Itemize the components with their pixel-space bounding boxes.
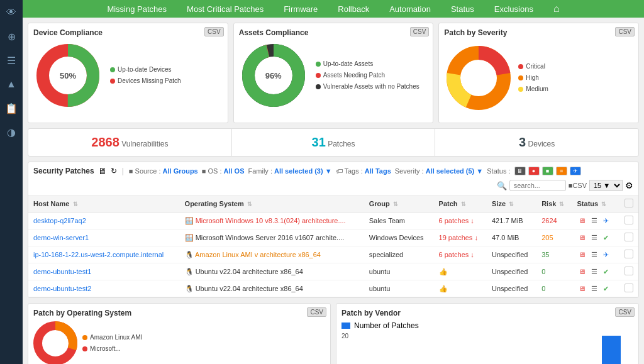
- status-icon-red[interactable]: ●: [528, 167, 540, 175]
- top-nav: Missing Patches Most Critical Patches Fi…: [23, 0, 644, 18]
- status-icon-orange[interactable]: ≡: [556, 167, 567, 175]
- patch-by-vendor-title: Patch by Vendor: [341, 309, 633, 317]
- status-icon-2[interactable]: ✈: [601, 216, 611, 225]
- status-icon-0[interactable]: 🖥: [577, 233, 587, 242]
- patch-severity-csv[interactable]: CSV: [615, 27, 635, 36]
- table-section: Security Patches 🖥 ↻ | ■ Source : All Gr…: [28, 162, 639, 298]
- status-icon-2[interactable]: ✈: [601, 250, 611, 259]
- sidebar-icon-half-circle[interactable]: ◑: [4, 124, 19, 140]
- table-monitor-icon[interactable]: 🖥: [98, 166, 107, 176]
- status-icon-0[interactable]: 🖥: [577, 250, 587, 259]
- group-value: specialized: [364, 246, 434, 263]
- device-compliance-content: 50% Up-to-date Devices Devices Missing P…: [33, 41, 223, 110]
- risk-value[interactable]: 35: [541, 251, 549, 258]
- legend-dot-assets-red: [316, 73, 321, 78]
- legend-medium: Medium: [518, 84, 548, 95]
- device-compliance-donut: 50%: [33, 41, 103, 110]
- nav-status[interactable]: Status: [448, 3, 477, 15]
- status-icon-1[interactable]: ☰: [589, 284, 599, 293]
- stat-vuln-label: Vulnerabilities: [121, 140, 168, 148]
- patch-by-vendor-csv[interactable]: CSV: [615, 307, 635, 317]
- patch-vendor-content: Number of Patches 20: [341, 321, 633, 364]
- status-icon-blue[interactable]: ✈: [570, 167, 581, 175]
- col-size: Size ⇅: [487, 196, 536, 212]
- host-link[interactable]: demo-ubuntu-test1: [33, 268, 91, 275]
- patch-link[interactable]: 👍: [439, 285, 448, 292]
- status-icon-1[interactable]: ☰: [589, 267, 599, 276]
- status-icon-1[interactable]: ☰: [589, 233, 599, 242]
- patch-link[interactable]: 6 patches: [439, 217, 469, 224]
- status-value: 🖥☰✈: [572, 212, 619, 229]
- search-box: 🔍 ■CSV 15 ▼ ⚙: [497, 180, 633, 191]
- assets-compliance-csv[interactable]: CSV: [410, 27, 430, 36]
- row-checkbox[interactable]: [625, 233, 633, 241]
- row-checkbox[interactable]: [625, 250, 633, 258]
- table-title: Security Patches: [33, 167, 94, 175]
- stat-vulnerabilities: 2868 Vulnerabilities: [28, 129, 232, 156]
- status-icon-1[interactable]: ☰: [589, 216, 599, 225]
- row-checkbox[interactable]: [625, 216, 633, 224]
- select-all-checkbox[interactable]: [625, 199, 633, 207]
- nav-firmware[interactable]: Firmware: [281, 3, 320, 15]
- sidebar-icon-list[interactable]: ☰: [4, 53, 19, 68]
- nav-exclusions[interactable]: Exclusions: [492, 3, 536, 15]
- nav-automation[interactable]: Automation: [387, 3, 433, 15]
- host-link[interactable]: desktop-q2li7aq2: [33, 217, 86, 224]
- host-link[interactable]: demo-ubuntu-test2: [33, 285, 91, 292]
- nav-missing-patches[interactable]: Missing Patches: [104, 3, 169, 15]
- nav-most-critical[interactable]: Most Critical Patches: [184, 3, 266, 15]
- sidebar-icon-globe[interactable]: ⊕: [4, 29, 19, 44]
- status-icon-green[interactable]: ■: [542, 167, 553, 175]
- col-risk: Risk ⇅: [536, 196, 572, 212]
- status-icon-0[interactable]: 🖥: [577, 267, 587, 276]
- risk-value[interactable]: 205: [541, 234, 553, 241]
- nav-home[interactable]: ⌂: [551, 2, 562, 16]
- legend-microsoft: Microsoft...: [82, 343, 142, 355]
- sidebar-icon-report[interactable]: 📋: [4, 101, 19, 116]
- sidebar-icon-eye[interactable]: 👁: [4, 5, 19, 20]
- status-icon-0[interactable]: 🖥: [577, 284, 587, 293]
- host-link[interactable]: demo-win-server1: [33, 234, 89, 241]
- patch-download-icon: ↓: [469, 217, 474, 224]
- row-checkbox[interactable]: [625, 284, 633, 292]
- row-checkbox[interactable]: [625, 267, 633, 275]
- size-value: Unspecified: [487, 246, 536, 263]
- filter-status: Status :: [487, 167, 510, 175]
- patch-link[interactable]: 19 patches: [439, 234, 473, 241]
- risk-value[interactable]: 2624: [541, 217, 557, 224]
- size-value: Unspecified: [487, 263, 536, 280]
- patch-download-icon: ↓: [472, 234, 478, 241]
- sidebar-icon-alert[interactable]: ▲: [4, 77, 19, 92]
- table-row: demo-win-server1🪟 Microsoft Windows Serv…: [28, 229, 638, 246]
- stat-devices-number: 3: [519, 135, 526, 149]
- search-input[interactable]: [509, 180, 566, 191]
- status-icon-2[interactable]: ✔: [601, 233, 611, 242]
- status-icon-0[interactable]: 🖥: [577, 216, 587, 225]
- col-status: Status ⇅: [572, 196, 619, 212]
- patch-severity-card: Patch by Severity CSV: [438, 23, 639, 123]
- patch-link[interactable]: 6 patches: [439, 251, 469, 258]
- legend-dot-high: [518, 75, 523, 80]
- status-icon-2[interactable]: ✔: [601, 284, 611, 293]
- col-group: Group ⇅: [364, 196, 434, 212]
- patch-by-os-card: Patch by Operating System CSV Amazon Lin…: [28, 303, 331, 364]
- status-value: 🖥☰✈: [572, 246, 619, 263]
- device-compliance-card: Device Compliance CSV 50% Up-to-date Dev: [28, 23, 228, 123]
- status-icon-monitor[interactable]: 🖥: [514, 167, 526, 175]
- status-icon-1[interactable]: ☰: [589, 250, 599, 259]
- legend-dot-critical: [518, 64, 523, 69]
- data-table: Host Name ⇅ Operating System ⇅ Group ⇅ P…: [28, 196, 638, 297]
- nav-rollback[interactable]: Rollback: [335, 3, 372, 15]
- patch-link[interactable]: 👍: [439, 268, 448, 275]
- page-size-select[interactable]: 15 ▼: [589, 180, 623, 191]
- patch-by-os-csv[interactable]: CSV: [307, 307, 326, 317]
- settings-icon[interactable]: ⚙: [625, 180, 633, 190]
- status-icon-2[interactable]: ✔: [601, 267, 611, 276]
- device-compliance-csv[interactable]: CSV: [204, 27, 224, 36]
- stats-row: 2868 Vulnerabilities 31 Patches 3 Device…: [28, 128, 639, 157]
- table-refresh-icon[interactable]: ↻: [111, 167, 117, 175]
- size-value: 421.7 MiB: [487, 212, 536, 229]
- col-checkbox: [619, 196, 638, 212]
- os-value: 🐧 Amazon Linux AMI v architecture x86_64: [185, 251, 321, 258]
- host-link[interactable]: ip-10-168-1-22.us-west-2.compute.interna…: [33, 251, 164, 258]
